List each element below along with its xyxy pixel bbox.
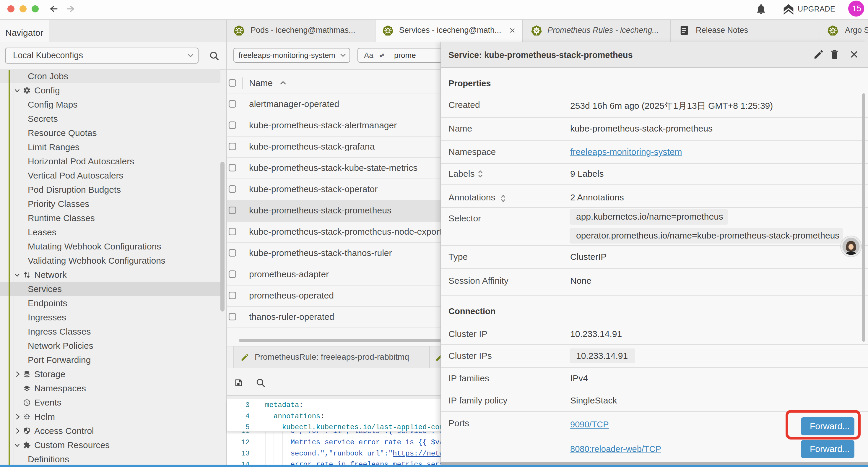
svg-text:HELM: HELM — [24, 415, 30, 418]
